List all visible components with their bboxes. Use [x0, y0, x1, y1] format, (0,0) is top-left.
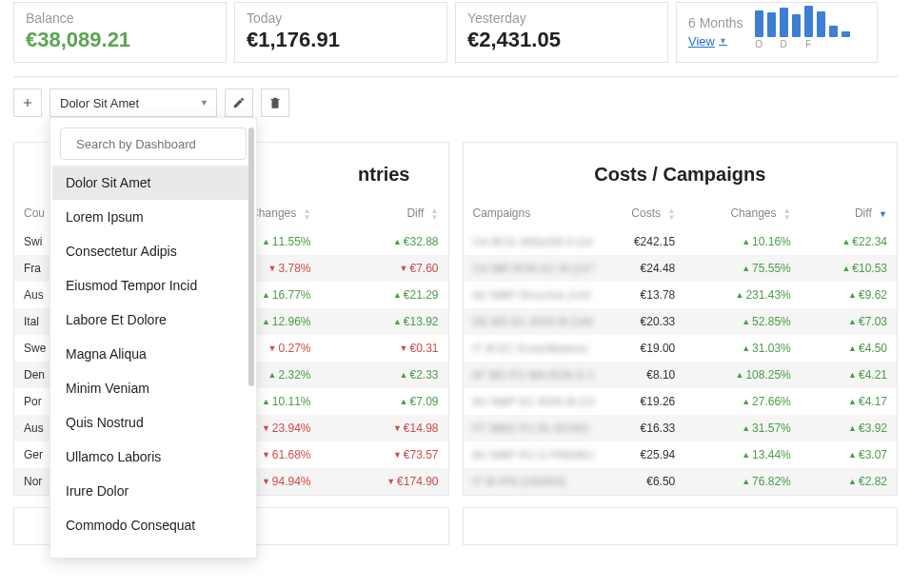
- col-header-diff[interactable]: Diff ▲▼: [321, 201, 448, 228]
- table-row[interactable]: AU NMP PU G PREMIU€25.94▲13.44%▲€3.07: [464, 441, 898, 468]
- cell-change: ▲108.25%: [684, 362, 800, 388]
- spark-tick-label: O: [755, 39, 762, 49]
- table-row[interactable]: PT MMS PU Rc BV09C€16.33▲31.57%▲€3.92: [464, 415, 898, 441]
- dropdown-item[interactable]: Ullamco Laboris: [52, 440, 254, 474]
- view-link[interactable]: View ▼: [688, 34, 727, 49]
- cell-cost: €8.10: [607, 362, 684, 388]
- stat-value: €38,089.21: [26, 28, 214, 52]
- table-row[interactable]: CH BCG 300a258 0 [14€242.15▲10.16%▲€22.3…: [464, 228, 898, 255]
- cell-change: ▲231.43%: [684, 282, 800, 308]
- cell-cost: €13.78: [607, 282, 684, 308]
- cell-cost: €19.00: [607, 335, 684, 362]
- dropdown-search[interactable]: [60, 127, 247, 160]
- cell-diff: ▼€174.90: [321, 468, 448, 495]
- spark-bar: [829, 26, 838, 37]
- sort-icon: ▲▼: [783, 207, 791, 221]
- cell-diff: ▲€21.29: [321, 282, 448, 308]
- dropdown-item[interactable]: Lorem Ipsum: [52, 200, 254, 234]
- dropdown-item[interactable]: Irure Dolor: [52, 474, 254, 508]
- dropdown-item[interactable]: Eiusmod Tempor Incid: [52, 268, 254, 303]
- cell-campaign: PT MMS PU Rc BV09C: [464, 415, 608, 441]
- cell-change: ▲27.66%: [684, 388, 800, 415]
- dropdown-search-input[interactable]: [74, 136, 238, 152]
- panel-title: Costs / Campaigns: [464, 143, 898, 201]
- spark-bar: [792, 14, 801, 37]
- spark-tick-label: D: [780, 39, 786, 49]
- cell-diff: ▲€2.82: [801, 468, 897, 495]
- cell-diff: ▲€9.62: [801, 282, 897, 308]
- add-dashboard-button[interactable]: [13, 88, 42, 117]
- stat-card-six-months: 6 Months View ▼ ODF: [676, 2, 878, 63]
- cell-diff: ▲€22.34: [801, 228, 897, 255]
- dropdown-item[interactable]: Labore Et Dolore: [52, 303, 254, 337]
- table-row[interactable]: AU NMP EC RON M [13€19.26▲27.66%▲€4.17: [464, 388, 898, 415]
- chevron-down-icon: ▼: [719, 36, 727, 46]
- cell-diff: ▲€4.21: [801, 362, 897, 388]
- stat-label: 6 Months: [688, 15, 743, 30]
- dropdown-item[interactable]: Dolor Sit Amet: [52, 166, 254, 200]
- cell-change: ▲13.44%: [684, 441, 800, 468]
- dropdown-item[interactable]: Minim Veniam: [52, 371, 254, 405]
- cell-diff: ▲€32.88: [321, 228, 448, 255]
- scrollbar-thumb[interactable]: [248, 127, 254, 386]
- stat-card-today: Today €1,176.91: [234, 2, 447, 63]
- trash-icon: [268, 96, 282, 109]
- cell-diff: ▲€3.07: [801, 441, 897, 468]
- cell-change: ▲31.57%: [684, 415, 800, 441]
- sparkline-chart: ODF: [755, 14, 850, 49]
- cell-change: ▲52.85%: [684, 308, 800, 335]
- cell-diff: ▼€7.60: [321, 255, 448, 282]
- spark-bar: [842, 31, 850, 37]
- dropdown-item[interactable]: Quis Nostrud: [52, 405, 254, 440]
- spark-bar: [767, 12, 776, 37]
- cell-diff: ▼€14.98: [321, 415, 448, 441]
- sort-icon: ▲▼: [304, 207, 311, 221]
- dropdown-item[interactable]: Commodo Consequat: [52, 508, 254, 542]
- sort-down-icon: ▼: [879, 209, 887, 219]
- dropdown-item[interactable]: Magna Aliqua: [52, 337, 254, 371]
- cell-campaign: AU NMP DirectInk [143: [464, 282, 608, 308]
- cell-change: ▲75.55%: [684, 255, 800, 282]
- stat-label: Yesterday: [467, 10, 656, 26]
- view-link-label: View: [688, 34, 715, 49]
- cell-diff: ▲€2.33: [321, 362, 448, 388]
- sort-icon: ▲▼: [667, 207, 675, 221]
- table-row[interactable]: AT MD PU MA RON D 2€8.10▲108.25%▲€4.21: [464, 362, 898, 388]
- delete-dashboard-button[interactable]: [261, 88, 289, 117]
- dashboard-selector[interactable]: Dolor Sit Amet ▼: [50, 88, 217, 117]
- table-row[interactable]: CH MR RON EC M [147€24.48▲75.55%▲€10.53: [464, 255, 898, 282]
- cell-change: ▲10.16%: [684, 228, 800, 255]
- col-header-campaigns[interactable]: Campaigns: [464, 201, 608, 228]
- dashboard-dropdown[interactable]: Dolor Sit AmetLorem IpsumConsectetur Adi…: [50, 117, 257, 559]
- dropdown-item[interactable]: Consectetur Adipis: [52, 234, 254, 268]
- table-row[interactable]: IT M EC Erots/Madnes€19.00▲31.03%▲€4.50: [464, 335, 898, 362]
- cell-cost: €20.33: [607, 308, 684, 335]
- cell-campaign: AT MD PU MA RON D 2: [464, 362, 608, 388]
- stat-value: €1,176.91: [247, 28, 435, 52]
- col-header-costs[interactable]: Costs ▲▼: [607, 201, 684, 228]
- pencil-icon: [232, 96, 246, 109]
- dropdown-item[interactable]: Reprehenderit: [52, 542, 254, 554]
- cell-diff: ▲€7.09: [321, 388, 448, 415]
- cell-diff: ▲€3.92: [801, 415, 897, 441]
- table-row[interactable]: AU NMP DirectInk [143€13.78▲231.43%▲€9.6…: [464, 282, 898, 308]
- cell-diff: ▲€7.03: [801, 308, 897, 335]
- cell-cost: €242.15: [607, 228, 684, 255]
- table-row[interactable]: DE MS EC RON M [146€20.33▲52.85%▲€7.03: [464, 308, 898, 335]
- cell-diff: ▲€4.50: [801, 335, 897, 362]
- stat-card-yesterday: Yesterday €2,431.05: [455, 2, 668, 63]
- cell-diff: ▼€73.57: [321, 441, 448, 468]
- stat-card-balance: Balance €38,089.21: [13, 2, 227, 63]
- sort-icon: ▲▼: [431, 207, 439, 221]
- edit-dashboard-button[interactable]: [225, 88, 253, 117]
- cell-diff: ▲€10.53: [801, 255, 897, 282]
- cell-campaign: AU NMP EC RON M [13: [464, 388, 608, 415]
- cell-campaign: AU NMP PU G PREMIU: [464, 441, 608, 468]
- stat-value: €2,431.05: [467, 28, 656, 52]
- col-header-diff[interactable]: Diff ▼: [801, 201, 897, 228]
- col-header-changes[interactable]: Changes ▲▼: [684, 201, 800, 228]
- cell-diff: ▲€4.17: [801, 388, 897, 415]
- table-row[interactable]: IT M IPN [160493]€6.50▲76.82%▲€2.82: [464, 468, 898, 495]
- cell-cost: €16.33: [607, 415, 684, 441]
- cell-campaign: IT M IPN [160493]: [464, 468, 608, 495]
